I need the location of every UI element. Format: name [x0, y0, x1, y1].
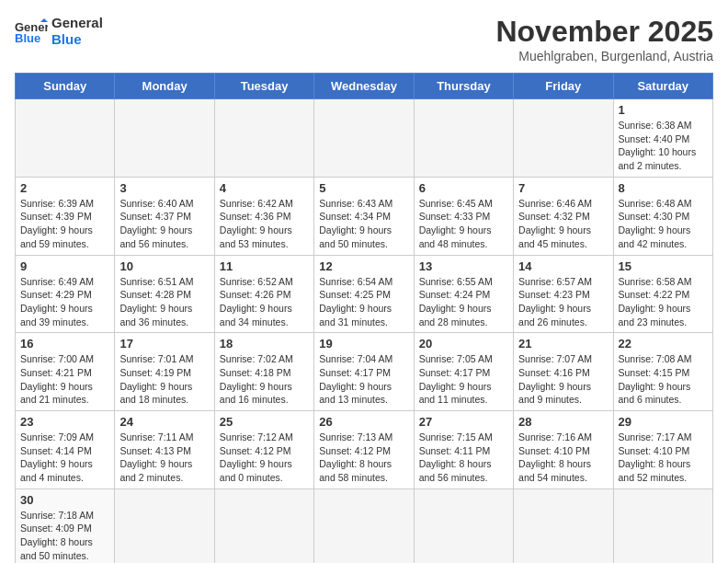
day-22: 22 Sunrise: 7:08 AM Sunset: 4:15 PM Dayl…: [613, 333, 712, 411]
calendar-row-2: 2 Sunrise: 6:39 AM Sunset: 4:39 PM Dayli…: [16, 177, 713, 255]
logo: General Blue General Blue: [15, 15, 103, 48]
calendar-row-5: 23 Sunrise: 7:09 AM Sunset: 4:14 PM Dayl…: [16, 411, 713, 489]
day-18: 18 Sunrise: 7:02 AM Sunset: 4:18 PM Dayl…: [214, 333, 313, 411]
logo-icon: General Blue: [15, 18, 48, 44]
day-24: 24 Sunrise: 7:11 AM Sunset: 4:13 PM Dayl…: [115, 411, 214, 489]
day-28: 28 Sunrise: 7:16 AM Sunset: 4:10 PM Dayl…: [514, 411, 613, 489]
empty-cell: [214, 488, 313, 563]
day-2: 2 Sunrise: 6:39 AM Sunset: 4:39 PM Dayli…: [16, 177, 115, 255]
day-3: 3 Sunrise: 6:40 AM Sunset: 4:37 PM Dayli…: [115, 177, 214, 255]
day-11: 11 Sunrise: 6:52 AM Sunset: 4:26 PM Dayl…: [214, 255, 313, 333]
header-wednesday: Wednesday: [314, 74, 414, 99]
calendar: Sunday Monday Tuesday Wednesday Thursday…: [15, 73, 713, 563]
day-23: 23 Sunrise: 7:09 AM Sunset: 4:14 PM Dayl…: [16, 411, 115, 489]
day-5: 5 Sunrise: 6:43 AM Sunset: 4:34 PM Dayli…: [314, 177, 414, 255]
day-21: 21 Sunrise: 7:07 AM Sunset: 4:16 PM Dayl…: [514, 333, 613, 411]
calendar-row-4: 16 Sunrise: 7:00 AM Sunset: 4:21 PM Dayl…: [16, 333, 713, 411]
day-13: 13 Sunrise: 6:55 AM Sunset: 4:24 PM Dayl…: [414, 255, 513, 333]
month-title: November 2025: [495, 15, 713, 49]
day-25: 25 Sunrise: 7:12 AM Sunset: 4:12 PM Dayl…: [214, 411, 313, 489]
header-monday: Monday: [115, 74, 214, 99]
empty-cell: [115, 488, 214, 563]
day-12: 12 Sunrise: 6:54 AM Sunset: 4:25 PM Dayl…: [314, 255, 414, 333]
empty-cell: [514, 99, 613, 178]
day-26: 26 Sunrise: 7:13 AM Sunset: 4:12 PM Dayl…: [314, 411, 414, 489]
day-8: 8 Sunrise: 6:48 AM Sunset: 4:30 PM Dayli…: [613, 177, 712, 255]
empty-cell: [514, 488, 613, 563]
empty-cell: [214, 99, 313, 178]
calendar-row-6: 30 Sunrise: 7:18 AM Sunset: 4:09 PM Dayl…: [16, 488, 713, 563]
empty-cell: [16, 99, 115, 178]
page-header: General Blue General Blue November 2025 …: [15, 15, 713, 63]
empty-cell: [115, 99, 214, 178]
calendar-row-1: 1 Sunrise: 6:38 AM Sunset: 4:40 PM Dayli…: [16, 99, 713, 178]
day-4: 4 Sunrise: 6:42 AM Sunset: 4:36 PM Dayli…: [214, 177, 313, 255]
empty-cell: [414, 99, 513, 178]
header-sunday: Sunday: [16, 74, 115, 99]
day-15: 15 Sunrise: 6:58 AM Sunset: 4:22 PM Dayl…: [613, 255, 712, 333]
header-saturday: Saturday: [613, 74, 712, 99]
logo-general: General: [51, 15, 103, 31]
logo-blue: Blue: [51, 31, 103, 48]
empty-cell: [314, 488, 414, 563]
day-10: 10 Sunrise: 6:51 AM Sunset: 4:28 PM Dayl…: [115, 255, 214, 333]
day-30: 30 Sunrise: 7:18 AM Sunset: 4:09 PM Dayl…: [16, 488, 115, 563]
day-29: 29 Sunrise: 7:17 AM Sunset: 4:10 PM Dayl…: [613, 411, 712, 489]
empty-cell: [414, 488, 513, 563]
title-area: November 2025 Muehlgraben, Burgenland, A…: [495, 15, 713, 63]
day-19: 19 Sunrise: 7:04 AM Sunset: 4:17 PM Dayl…: [314, 333, 414, 411]
header-tuesday: Tuesday: [214, 74, 313, 99]
calendar-row-3: 9 Sunrise: 6:49 AM Sunset: 4:29 PM Dayli…: [16, 255, 713, 333]
header-thursday: Thursday: [414, 74, 513, 99]
day-1: 1 Sunrise: 6:38 AM Sunset: 4:40 PM Dayli…: [613, 99, 712, 178]
day-27: 27 Sunrise: 7:15 AM Sunset: 4:11 PM Dayl…: [414, 411, 513, 489]
day-16: 16 Sunrise: 7:00 AM Sunset: 4:21 PM Dayl…: [16, 333, 115, 411]
day-20: 20 Sunrise: 7:05 AM Sunset: 4:17 PM Dayl…: [414, 333, 513, 411]
empty-cell: [613, 488, 712, 563]
calendar-header-row: Sunday Monday Tuesday Wednesday Thursday…: [16, 74, 713, 99]
day-17: 17 Sunrise: 7:01 AM Sunset: 4:19 PM Dayl…: [115, 333, 214, 411]
day-14: 14 Sunrise: 6:57 AM Sunset: 4:23 PM Dayl…: [514, 255, 613, 333]
empty-cell: [314, 99, 414, 178]
day-9: 9 Sunrise: 6:49 AM Sunset: 4:29 PM Dayli…: [16, 255, 115, 333]
day-6: 6 Sunrise: 6:45 AM Sunset: 4:33 PM Dayli…: [414, 177, 513, 255]
location-title: Muehlgraben, Burgenland, Austria: [495, 49, 713, 63]
day-7: 7 Sunrise: 6:46 AM Sunset: 4:32 PM Dayli…: [514, 177, 613, 255]
svg-text:Blue: Blue: [15, 31, 40, 44]
header-friday: Friday: [514, 74, 613, 99]
